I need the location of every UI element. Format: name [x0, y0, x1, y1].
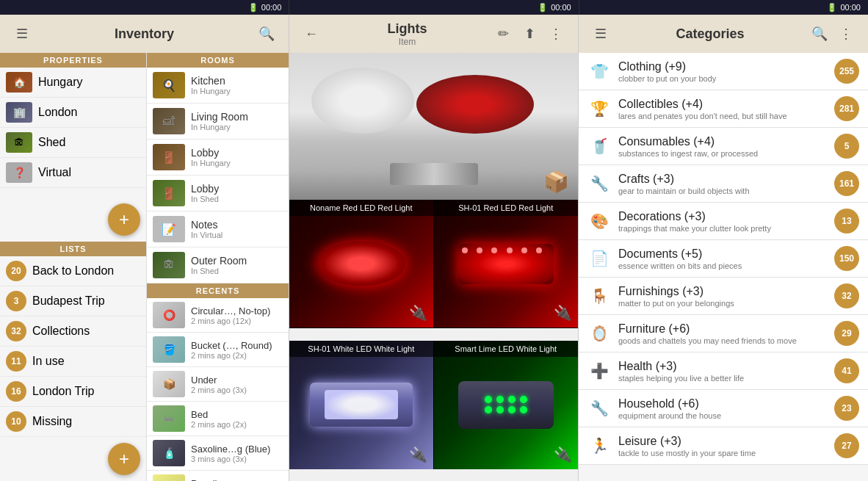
back-button[interactable]: ←: [298, 21, 325, 47]
search-button-p3[interactable]: 🔍: [806, 21, 833, 47]
panel2-title: Lights: [388, 21, 427, 37]
furnishings-icon: 🪑: [587, 284, 611, 308]
room-thumb-kitchen: 🍳: [153, 72, 185, 98]
panel3-title: Categories: [676, 26, 744, 42]
light-item-noname-red[interactable]: Noname Red LED Red Light 🔌: [289, 200, 434, 328]
cat-name-furnishings: Furnishings (+3): [618, 285, 827, 298]
search-button-p1[interactable]: 🔍: [253, 21, 280, 47]
light-plug-icon-2: 🔌: [554, 304, 572, 322]
recent-circular[interactable]: ⭕ Circular…, No-top) 2 mins ago (12x): [147, 298, 289, 333]
room-outer-room[interactable]: 🏚 Outer Room In Shed: [147, 247, 289, 283]
cat-name-health: Health (+3): [618, 360, 827, 373]
room-name-lobby-shed: Lobby: [191, 183, 219, 195]
cat-decorations[interactable]: 🎨 Decorations (+3) trappings that make y…: [579, 203, 868, 240]
room-sub-outer-room: In Shed: [191, 267, 247, 275]
cat-health[interactable]: ➕ Health (+3) staples helping you live a…: [579, 352, 868, 390]
cat-consumables[interactable]: 🥤 Consumables (+4) substances to ingest …: [579, 128, 868, 165]
cat-clothing[interactable]: 👕 Clothing (+9) clobber to put on your b…: [579, 53, 868, 90]
light-item-smart-lime[interactable]: Smart Lime LED White Light: [434, 341, 579, 469]
cat-count-furniture: 29: [834, 321, 859, 346]
property-name-virtual: Virtual: [38, 166, 71, 179]
light-plug-icon-1: 🔌: [409, 304, 427, 322]
cat-count-decorations: 13: [834, 209, 859, 234]
recent-bed[interactable]: 🛏 Bed 2 mins ago (2x): [147, 402, 289, 436]
recent-bucket[interactable]: 🪣 Bucket (…, Round) 2 mins ago (2x): [147, 333, 289, 367]
recent-time-under: 2 mins ago (3x): [191, 386, 247, 394]
property-hungary[interactable]: 🏠 Hungary: [0, 68, 146, 98]
documents-icon: 📄: [587, 247, 611, 270]
light-label-noname-red: Noname Red LED Red Light: [289, 200, 433, 216]
light-plug-icon-4: 🔌: [554, 446, 572, 463]
list-name-collections: Collections: [32, 325, 90, 338]
menu-icon-p3[interactable]: ☰: [587, 21, 614, 47]
room-living-room[interactable]: 🛋 Living Room In Hungary: [147, 104, 289, 140]
recents-header: RECENTS: [147, 283, 289, 298]
more-button-p3[interactable]: ⋮: [833, 21, 859, 47]
list-in-use[interactable]: 11 In use: [0, 347, 146, 377]
rooms-header: ROOMS: [147, 53, 289, 68]
recent-saxoline[interactable]: 🧴 Saxoline…g (Blue) 3 mins ago (3x): [147, 436, 289, 471]
light-item-sh01-red[interactable]: SH-01 Red LED Red Light 🔌: [434, 200, 579, 328]
search-icon-p1: 🔍: [258, 26, 275, 42]
list-name-london-trip: London Trip: [32, 385, 95, 398]
property-thumb-shed: 🏚: [6, 132, 32, 153]
cat-desc-furnishings: matter to put on your belongings: [618, 299, 827, 308]
room-kitchen[interactable]: 🍳 Kitchen In Hungary: [147, 68, 289, 104]
cat-desc-collectibles: lares and penates you don't need, but st…: [618, 112, 827, 120]
edit-button[interactable]: ✏: [490, 21, 516, 47]
cat-leisure[interactable]: 🏃 Leisure (+3) tackle to use mostly in y…: [579, 427, 868, 465]
cat-desc-household: equipment around the house: [618, 411, 827, 420]
room-name-living-room: Living Room: [191, 111, 248, 123]
cat-documents[interactable]: 📄 Documents (+5) essence written on bits…: [579, 240, 868, 278]
room-sub-kitchen: In Hungary: [191, 87, 231, 95]
list-badge-in-use: 11: [6, 351, 26, 372]
cat-collectibles[interactable]: 🏆 Collectibles (+4) lares and penates yo…: [579, 90, 868, 128]
cat-furnishings[interactable]: 🪑 Furnishings (+3) matter to put on your…: [579, 278, 868, 315]
room-sub-notes: In Virtual: [191, 231, 223, 239]
light-item-sh01-white[interactable]: SH-01 White LED White Light 🔌: [289, 341, 434, 469]
cat-desc-decorations: trappings that make your clutter look pr…: [618, 224, 827, 233]
room-name-outer-room: Outer Room: [191, 255, 247, 267]
cat-desc-leisure: tackle to use mostly in your spare time: [618, 449, 827, 458]
cat-name-documents: Documents (+5): [618, 247, 827, 261]
hamburger-icon-p3: ☰: [595, 26, 607, 42]
back-icon: ←: [305, 26, 318, 42]
cat-name-household: Household (+6): [618, 397, 827, 411]
room-lobby-shed[interactable]: 🚪 Lobby In Shed: [147, 176, 289, 211]
room-sub-lobby-shed: In Shed: [191, 195, 219, 203]
property-shed[interactable]: 🏚 Shed: [0, 128, 146, 158]
recent-pencils[interactable]: ✏ Pencils 4 mins ago (11x): [147, 471, 289, 481]
menu-icon-p1[interactable]: ☰: [9, 21, 35, 47]
cat-count-leisure: 27: [834, 433, 859, 458]
cat-name-leisure: Leisure (+3): [618, 435, 827, 448]
property-virtual[interactable]: ❓ Virtual: [0, 158, 146, 188]
share-button[interactable]: ⬆: [516, 21, 543, 47]
cat-crafts[interactable]: 🔧 Crafts (+3) gear to maintain or build …: [579, 165, 868, 203]
collectibles-icon: 🏆: [587, 97, 611, 120]
list-missing[interactable]: 10 Missing: [0, 407, 146, 437]
cat-household[interactable]: 🔧 Household (+6) equipment around the ho…: [579, 390, 868, 427]
room-sub-living-room: In Hungary: [191, 123, 248, 131]
room-notes[interactable]: 📝 Notes In Virtual: [147, 211, 289, 247]
consumables-icon: 🥤: [587, 134, 611, 158]
clothing-icon: 👕: [587, 59, 611, 83]
list-back-to-london[interactable]: 20 Back to London: [0, 256, 146, 286]
cat-furniture[interactable]: 🪞 Furniture (+6) goods and chattels you …: [579, 315, 868, 352]
list-london-trip[interactable]: 16 London Trip: [0, 377, 146, 407]
more-icon-p3: ⋮: [839, 26, 853, 42]
add-property-fab[interactable]: +: [108, 203, 140, 236]
cat-desc-clothing: clobber to put on your body: [618, 74, 827, 83]
list-budapest-trip[interactable]: 3 Budapest Trip: [0, 286, 146, 317]
light-label-smart-lime: Smart Lime LED White Light: [434, 341, 579, 357]
recent-under[interactable]: 📦 Under 2 mins ago (3x): [147, 367, 289, 402]
list-collections[interactable]: 32 Collections: [0, 317, 146, 347]
health-icon: ➕: [587, 359, 611, 383]
list-badge-missing: 10: [6, 411, 26, 432]
property-london[interactable]: 🏢 London: [0, 98, 146, 128]
add-list-fab[interactable]: +: [108, 443, 140, 475]
lists-header: LISTS: [0, 242, 146, 256]
more-button-p2[interactable]: ⋮: [543, 21, 569, 47]
recent-thumb-saxoline: 🧴: [153, 440, 185, 466]
room-lobby-hungary[interactable]: 🚪 Lobby In Hungary: [147, 140, 289, 176]
cat-count-furnishings: 32: [834, 283, 859, 308]
